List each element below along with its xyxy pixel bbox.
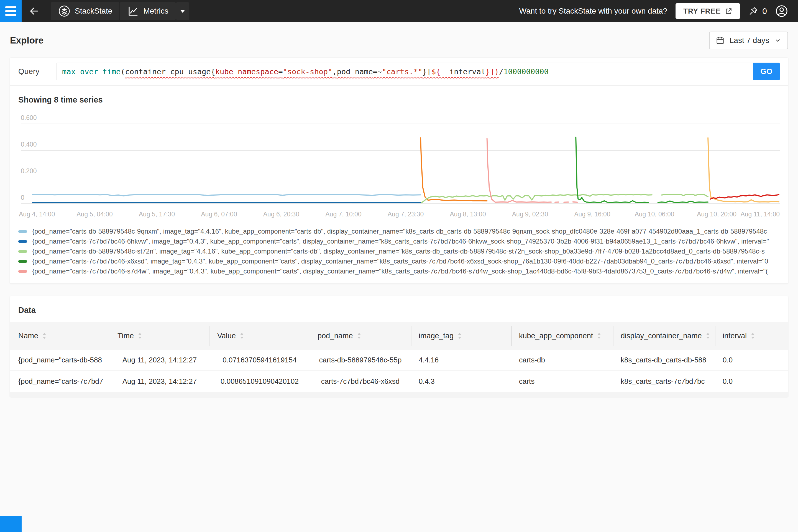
sort-icon — [138, 332, 142, 339]
table-row: {pod_name="carts-7c7bd7 Aug 11, 2023, 14… — [10, 371, 788, 392]
cell-time: Aug 11, 2023, 14:12:27 — [110, 377, 209, 386]
time-range-label: Last 7 days — [729, 36, 769, 45]
pin-icon — [748, 6, 758, 16]
page-title: Explore — [10, 35, 43, 46]
svg-text:Aug 9, 02:30: Aug 9, 02:30 — [512, 211, 548, 218]
column-header-time[interactable]: Time — [110, 322, 209, 350]
sort-icon — [597, 332, 601, 339]
chart-legend: {pod_name="carts-db-588979548c-9qnxm", i… — [18, 226, 780, 276]
cell-name: {pod_name="carts-db-588 — [10, 356, 110, 364]
legend-label: {pod_name="carts-db-588979548c-9qnxm", i… — [32, 227, 767, 235]
cell-pod-name: carts-7c7bd7bc46-x6xsd — [310, 377, 411, 386]
cell-display-container-name: k8s_carts_carts-7c7bd7bc — [613, 377, 715, 386]
sort-icon — [240, 332, 244, 339]
cell-image-tag: 4.4.16 — [411, 356, 511, 364]
svg-text:0.200: 0.200 — [21, 167, 37, 174]
hamburger-icon — [5, 6, 16, 8]
svg-text:Aug 10, 06:00: Aug 10, 06:00 — [634, 211, 674, 218]
promo-text: Want to try StackState with your own dat… — [519, 7, 667, 16]
nav-dropdown-button[interactable] — [176, 2, 189, 20]
cell-image-tag: 0.4.3 — [411, 377, 511, 386]
legend-item[interactable]: {pod_name="carts-7c7bd7bc46-x6xsd", imag… — [18, 256, 780, 266]
stackstate-logo-icon — [58, 5, 70, 17]
column-header-display-container-name[interactable]: display_container_name — [613, 322, 715, 350]
sort-icon — [357, 332, 361, 339]
column-header-image-tag[interactable]: image_tag — [411, 322, 511, 350]
series-color-dash — [18, 240, 27, 243]
query-chart-card: Query max_over_time(container_cpu_usage{… — [10, 58, 788, 283]
stackstate-label: StackState — [75, 7, 112, 16]
svg-text:Aug 9, 16:00: Aug 9, 16:00 — [574, 211, 610, 218]
column-header-kube-app-component[interactable]: kube_app_component — [511, 322, 613, 350]
chevron-down-icon — [774, 37, 781, 44]
table-scrollbar-track[interactable] — [10, 392, 788, 397]
series-color-dash — [18, 230, 27, 233]
metrics-chart-icon — [127, 5, 139, 17]
svg-text:Aug 6, 20:30: Aug 6, 20:30 — [263, 211, 299, 218]
calendar-icon — [716, 36, 725, 45]
svg-text:Aug 5, 04:00: Aug 5, 04:00 — [76, 211, 113, 218]
legend-label: {pod_name="carts-db-588979548c-st72n", i… — [32, 247, 765, 255]
query-row: Query max_over_time(container_cpu_usage{… — [10, 58, 788, 86]
legend-label: {pod_name="carts-7c7bd7bc46-x6xsd", imag… — [32, 258, 768, 265]
try-free-button[interactable]: TRY FREE — [676, 3, 740, 19]
column-header-interval[interactable]: interval — [715, 322, 788, 350]
sort-icon — [750, 332, 755, 339]
svg-text:Aug 8, 13:00: Aug 8, 13:00 — [450, 211, 486, 218]
column-header-pod-name[interactable]: pod_name — [310, 322, 411, 350]
bottom-left-menu-stub[interactable] — [0, 516, 22, 532]
column-header-name[interactable]: Name — [10, 322, 110, 350]
page-header: Explore Last 7 days — [0, 22, 798, 58]
cell-interval: 0.0 — [715, 356, 788, 364]
svg-text:Aug 7, 23:30: Aug 7, 23:30 — [388, 211, 424, 218]
data-section-title: Data — [10, 296, 788, 322]
go-button[interactable]: GO — [753, 63, 780, 80]
cell-kube-app-component: carts-db — [511, 356, 613, 364]
pinned-items-button[interactable]: 0 — [748, 6, 767, 16]
legend-label: {pod_name="carts-7c7bd7bc46-s7d4w", imag… — [32, 267, 768, 275]
hamburger-menu-button[interactable] — [0, 0, 22, 22]
svg-text:0: 0 — [21, 194, 24, 201]
chart-title: Showing 8 time series — [18, 95, 780, 104]
svg-text:Aug 4, 14:00: Aug 4, 14:00 — [19, 211, 55, 218]
cell-display-container-name: k8s_carts-db_carts-db-588 — [613, 356, 715, 364]
try-free-label: TRY FREE — [683, 7, 721, 16]
data-card: Data Name Time Value pod_name image_tag … — [10, 296, 788, 397]
external-link-icon — [725, 7, 732, 15]
legend-item[interactable]: {pod_name="carts-db-588979548c-st72n", i… — [18, 246, 780, 256]
legend-label: {pod_name="carts-7c7bd7bc46-6hkvw", imag… — [32, 238, 769, 245]
svg-text:0.600: 0.600 — [21, 114, 37, 121]
time-range-picker[interactable]: Last 7 days — [709, 32, 788, 49]
legend-item[interactable]: {pod_name="carts-7c7bd7bc46-s7d4w", imag… — [18, 266, 780, 276]
pin-count: 0 — [762, 6, 767, 16]
series-color-dash — [18, 270, 27, 273]
legend-item[interactable]: {pod_name="carts-7c7bd7bc46-6hkvw", imag… — [18, 236, 780, 246]
table-header-row: Name Time Value pod_name image_tag kube_… — [10, 322, 788, 350]
timeseries-chart[interactable]: 0.6000.4000.2000Aug 4, 14:00Aug 5, 04:00… — [18, 111, 780, 222]
svg-text:Aug 6, 07:00: Aug 6, 07:00 — [201, 211, 237, 218]
cell-value: 0.008651091090420102 — [209, 377, 310, 386]
svg-text:Aug 11, 14:00: Aug 11, 14:00 — [740, 211, 780, 218]
metrics-nav-button[interactable]: Metrics — [120, 2, 175, 20]
series-color-dash — [18, 260, 27, 263]
chart-section: Showing 8 time series 0.6000.4000.2000Au… — [10, 86, 788, 283]
svg-text:Aug 10, 20:00: Aug 10, 20:00 — [697, 211, 737, 218]
caret-down-icon — [180, 10, 185, 13]
series-color-dash — [18, 250, 27, 253]
cell-time: Aug 11, 2023, 14:12:27 — [110, 356, 209, 364]
metrics-label: Metrics — [143, 7, 168, 16]
cell-value: 0.07163705941619154 — [209, 356, 310, 364]
stackstate-nav-button[interactable]: StackState — [51, 2, 119, 20]
query-input[interactable]: max_over_time(container_cpu_usage{kube_n… — [57, 63, 753, 80]
column-header-value[interactable]: Value — [209, 322, 310, 350]
cell-interval: 0.0 — [715, 377, 788, 386]
query-label: Query — [18, 67, 57, 76]
back-arrow-icon — [28, 5, 40, 17]
legend-item[interactable]: {pod_name="carts-db-588979548c-9qnxm", i… — [18, 226, 780, 236]
svg-text:0.400: 0.400 — [21, 141, 37, 148]
sort-icon — [706, 332, 710, 339]
back-button[interactable] — [22, 0, 46, 22]
cell-pod-name: carts-db-588979548c-55p — [310, 356, 411, 364]
user-avatar-icon[interactable] — [775, 5, 788, 17]
sort-icon — [42, 332, 46, 339]
